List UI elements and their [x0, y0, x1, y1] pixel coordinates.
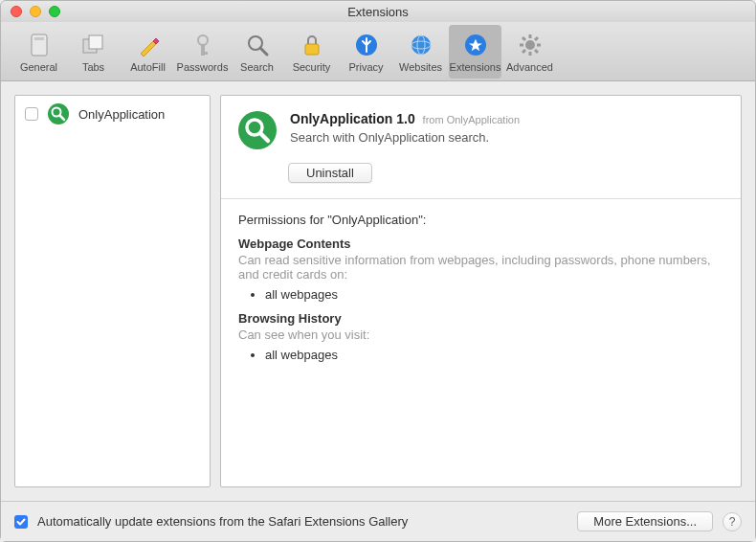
svg-rect-3 [89, 35, 102, 49]
extension-detail: OnlyApplication 1.0 from OnlyApplication… [220, 95, 742, 487]
security-icon [298, 31, 326, 59]
toolbar-general[interactable]: General [12, 25, 65, 79]
svg-rect-6 [201, 52, 208, 55]
extension-title: OnlyApplication 1.0 [290, 111, 415, 126]
perm-webpage-contents-desc: Can read sensitive information from webp… [238, 253, 723, 282]
perm-item: all webpages [265, 287, 723, 302]
help-button[interactable]: ? [723, 512, 742, 531]
toolbar-general-label: General [20, 61, 57, 73]
toolbar-security[interactable]: Security [285, 25, 338, 79]
toolbar-websites[interactable]: Websites [394, 25, 447, 79]
window: Extensions General Tabs AutoFill Passwor… [0, 0, 756, 542]
svg-line-24 [535, 37, 538, 40]
toolbar-passwords-label: Passwords [177, 61, 229, 73]
uninstall-row: Uninstall [221, 157, 741, 198]
toolbar-tabs[interactable]: Tabs [67, 25, 120, 79]
content-area: OnlyApplication OnlyApplication 1.0 from… [1, 81, 755, 501]
svg-rect-1 [34, 37, 44, 40]
extension-from: from OnlyApplication [423, 114, 521, 125]
footer-bar: Automatically update extensions from the… [1, 501, 755, 541]
toolbar-autofill[interactable]: AutoFill [122, 25, 174, 79]
toolbar-passwords[interactable]: Passwords [176, 25, 229, 79]
uninstall-button[interactable]: Uninstall [288, 163, 372, 183]
perm-browsing-history-list: all webpages [238, 348, 723, 362]
toolbar-security-label: Security [293, 61, 331, 73]
permissions-section: Permissions for "OnlyApplication": Webpa… [221, 199, 741, 381]
toolbar-autofill-label: AutoFill [130, 61, 166, 73]
extension-description: Search with OnlyApplication search. [290, 130, 520, 145]
svg-line-21 [523, 37, 525, 40]
extension-meta: OnlyApplication 1.0 from OnlyApplication… [290, 111, 520, 149]
toolbar-search[interactable]: Search [231, 25, 283, 79]
window-title: Extensions [1, 5, 755, 19]
advanced-icon [516, 31, 545, 59]
minimize-window-button[interactable] [30, 6, 41, 17]
toolbar-extensions-label: Extensions [450, 61, 501, 73]
perm-item: all webpages [265, 348, 723, 362]
perm-browsing-history-heading: Browsing History [238, 311, 723, 326]
svg-point-11 [411, 35, 431, 55]
toolbar-privacy-label: Privacy [348, 61, 383, 73]
toolbar-search-label: Search [240, 61, 274, 73]
preferences-toolbar: General Tabs AutoFill Passwords Search [1, 22, 755, 81]
extension-title-line: OnlyApplication 1.0 from OnlyApplication [290, 111, 520, 126]
close-window-button[interactable] [11, 6, 22, 17]
svg-point-28 [238, 111, 277, 149]
tabs-icon [79, 31, 108, 59]
zoom-window-button[interactable] [49, 6, 60, 17]
privacy-icon [352, 31, 381, 59]
auto-update-checkbox[interactable] [14, 515, 28, 529]
perm-browsing-history-desc: Can see when you visit: [238, 327, 723, 342]
websites-icon [407, 31, 435, 59]
perm-webpage-contents-heading: Webpage Contents [238, 237, 723, 251]
extension-header: OnlyApplication 1.0 from OnlyApplication… [221, 96, 741, 157]
permissions-title: Permissions for "OnlyApplication": [238, 213, 723, 227]
extensions-sidebar: OnlyApplication [14, 95, 211, 487]
toolbar-extensions[interactable]: Extensions [449, 25, 501, 79]
extension-icon-large [238, 111, 277, 149]
passwords-icon [189, 31, 217, 59]
autofill-icon [134, 31, 163, 59]
traffic-lights [11, 6, 60, 17]
svg-line-8 [260, 48, 267, 55]
svg-point-16 [525, 40, 535, 50]
extension-icon-small [48, 103, 69, 124]
toolbar-advanced[interactable]: Advanced [503, 25, 556, 79]
toolbar-advanced-label: Advanced [506, 61, 553, 73]
perm-webpage-contents-list: all webpages [238, 287, 723, 302]
toolbar-tabs-label: Tabs [82, 61, 104, 73]
svg-line-22 [535, 50, 538, 53]
sidebar-extension-row[interactable]: OnlyApplication [15, 96, 210, 132]
svg-point-25 [48, 103, 69, 124]
toolbar-privacy[interactable]: Privacy [340, 25, 392, 79]
titlebar: Extensions [1, 1, 755, 22]
general-icon [25, 31, 54, 59]
svg-point-4 [198, 35, 208, 45]
extensions-icon [461, 31, 490, 59]
toolbar-websites-label: Websites [399, 61, 442, 73]
search-icon [243, 31, 272, 59]
sidebar-extension-name: OnlyApplication [78, 107, 165, 122]
extension-enable-checkbox[interactable] [25, 107, 38, 121]
more-extensions-button[interactable]: More Extensions... [577, 511, 713, 531]
svg-line-23 [523, 50, 525, 53]
auto-update-label: Automatically update extensions from the… [37, 514, 567, 529]
svg-rect-9 [305, 44, 319, 55]
